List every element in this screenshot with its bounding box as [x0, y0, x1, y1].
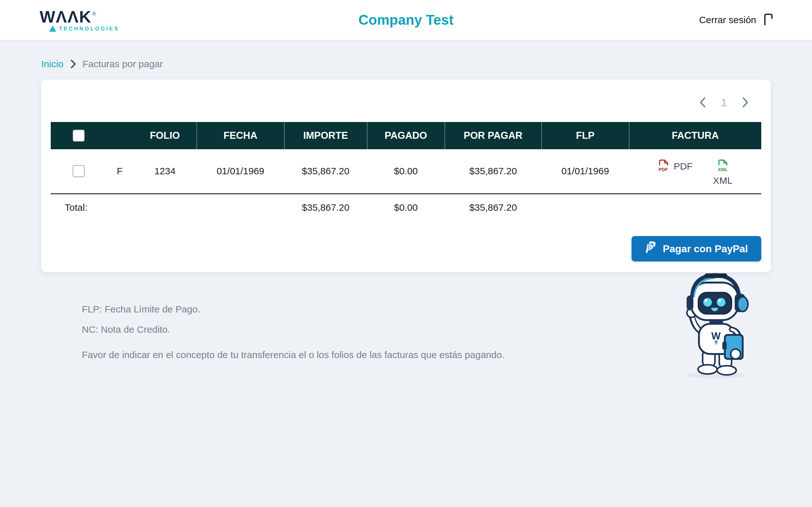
header-select-all-cell — [51, 122, 106, 149]
pagination-current-page: 1 — [721, 96, 727, 109]
select-all-checkbox[interactable] — [72, 130, 85, 142]
xml-label: XML — [713, 175, 733, 186]
header-pagado: PAGADO — [367, 122, 445, 149]
waak-wordmark: WΛΛK® — [40, 9, 119, 25]
svg-text:W: W — [711, 331, 721, 342]
svg-text:XML: XML — [718, 167, 728, 172]
total-por-pagar: $35,867.20 — [445, 193, 542, 221]
header-type-cell — [106, 122, 133, 149]
header-por-pagar: POR PAGAR — [445, 122, 542, 149]
total-row: Total: $35,867.20 $0.00 $35,867.20 — [51, 193, 761, 221]
logo-subtitle: TECHNOLOGIES — [59, 26, 119, 32]
pay-with-paypal-button[interactable]: Pagar con PayPal — [631, 236, 761, 262]
chevron-right-icon — [68, 59, 78, 69]
row-importe: $35,867.20 — [284, 149, 367, 193]
breadcrumb-current: Facturas por pagar — [83, 59, 163, 69]
breadcrumb-home-link[interactable]: Inicio — [41, 59, 63, 69]
table-header-row: FOLIO FECHA IMPORTE PAGADO POR PAGAR FLP… — [51, 122, 761, 149]
row-type: F — [106, 149, 133, 193]
header-fecha: FECHA — [197, 122, 284, 149]
robot-mascot-illustration: W — [672, 268, 759, 379]
app-header: WΛΛK® TECHNOLOGIES Company Test Cerrar s… — [0, 0, 812, 40]
row-select-cell — [51, 149, 106, 193]
breadcrumb: Inicio Facturas por pagar — [0, 40, 812, 69]
invoices-card: 1 FOLIO FECHA IMPORTE PAGADO POR PAGAR F… — [41, 79, 771, 272]
total-label: Total: — [51, 193, 133, 221]
total-pagado: $0.00 — [367, 193, 445, 221]
header-flp: FLP — [542, 122, 629, 149]
xml-file-icon: XML — [717, 158, 728, 175]
pagination-prev-button[interactable] — [696, 95, 710, 110]
row-flp: 01/01/1969 — [542, 149, 629, 193]
logout-door-icon — [763, 12, 774, 27]
logout-label: Cerrar sesión — [699, 14, 756, 25]
pdf-file-icon: PDF — [658, 158, 669, 175]
header-folio: FOLIO — [133, 122, 197, 149]
paypal-logo-icon — [645, 241, 656, 257]
header-importe: IMPORTE — [284, 122, 367, 149]
invoice-row: F 1234 01/01/1969 $35,867.20 $0.00 $35,8… — [51, 149, 761, 193]
row-por-pagar: $35,867.20 — [445, 149, 542, 193]
row-checkbox[interactable] — [72, 165, 85, 177]
pagination: 1 — [51, 89, 761, 122]
download-xml-link[interactable]: XML XML — [713, 158, 733, 186]
page-title: Company Test — [0, 12, 812, 28]
row-factura: PDF PDF XML — [629, 149, 761, 193]
svg-text:PDF: PDF — [658, 167, 668, 172]
header-factura: FACTURA — [629, 122, 761, 149]
logout-button[interactable]: Cerrar sesión — [699, 12, 774, 27]
row-folio: 1234 — [133, 149, 197, 193]
row-fecha: 01/01/1969 — [197, 149, 284, 193]
registered-mark: ® — [92, 11, 97, 16]
total-importe: $35,867.20 — [284, 193, 367, 221]
pdf-label: PDF — [674, 161, 693, 172]
paypal-button-label: Pagar con PayPal — [663, 243, 748, 255]
invoices-table: FOLIO FECHA IMPORTE PAGADO POR PAGAR FLP… — [51, 122, 761, 221]
waak-logo: WΛΛK® TECHNOLOGIES — [40, 9, 119, 32]
row-pagado: $0.00 — [367, 149, 445, 193]
pagination-next-button[interactable] — [739, 95, 752, 110]
logo-triangle-icon — [49, 26, 56, 32]
download-pdf-link[interactable]: PDF PDF — [658, 158, 693, 175]
